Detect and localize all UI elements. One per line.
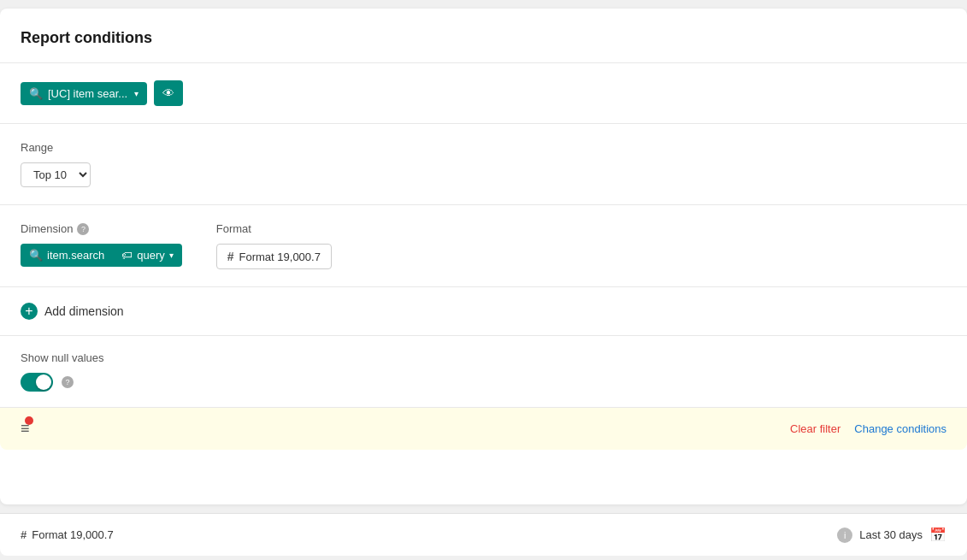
add-dimension-label: Add dimension [44,304,124,318]
null-values-section: Show null values ? [0,336,967,408]
query-dropdown[interactable]: 🔍 [UC] item sear... ▾ [21,82,147,105]
toggle-knob [36,374,51,390]
format-value: Format 19,000.7 [239,251,321,263]
filter-dot [25,416,33,425]
tag-icon: 🏷 [121,249,133,262]
calendar-icon[interactable]: 📅 [929,527,946,543]
dimension-query-label: query [137,249,165,262]
range-section: Range Top 10 [0,124,967,205]
change-conditions-button[interactable]: Change conditions [854,422,946,435]
null-values-label: Show null values [21,351,946,364]
dimension-tag-query[interactable]: 🏷 query ▾ [113,244,182,267]
eye-button[interactable]: 👁 [154,80,183,106]
query-dropdown-label: [UC] item sear... [48,87,127,100]
dimension-tag-search: 🔍 item.search [21,244,113,267]
dimension-format-section: Dimension ? 🔍 item.search 🏷 query ▾ Form… [0,205,967,287]
filter-actions: Clear filter Change conditions [790,422,946,435]
page-title: Report conditions [21,29,152,46]
dimension-label: Dimension ? [21,222,182,235]
clear-filter-button[interactable]: Clear filter [790,422,840,435]
add-dimension-row[interactable]: + Add dimension [0,287,967,336]
dimension-help-icon[interactable]: ? [77,223,89,235]
bottom-format: # Format 19,000.7 [21,528,114,541]
filter-bar: ≡ Clear filter Change conditions [0,408,967,450]
date-range-label: Last 30 days [859,528,923,541]
dimension-group: Dimension ? 🔍 item.search 🏷 query ▾ [21,222,182,267]
range-label: Range [21,141,946,154]
query-row: 🔍 [UC] item sear... ▾ 👁 [21,80,946,106]
range-select[interactable]: Top 10 [21,162,91,187]
report-conditions-header: Report conditions [0,9,967,63]
dimension-tags: 🔍 item.search 🏷 query ▾ [21,244,182,267]
bottom-bar: # Format 19,000.7 i Last 30 days 📅 [0,513,967,556]
eye-icon: 👁 [162,86,174,100]
search-icon-small: 🔍 [29,87,43,100]
bottom-format-label: Format 19,000.7 [32,528,113,541]
null-values-help-icon[interactable]: ? [62,376,74,388]
null-values-toggle[interactable] [21,373,53,392]
query-section: 🔍 [UC] item sear... ▾ 👁 [0,63,967,124]
query-chevron-icon: ▾ [169,251,174,260]
format-group: Format # Format 19,000.7 [216,222,332,269]
bottom-hash-icon: # [21,528,27,541]
filter-icon-wrap: ≡ [21,420,30,438]
bottom-info-icon[interactable]: i [837,528,852,543]
format-tag[interactable]: # Format 19,000.7 [216,244,332,269]
bottom-right: i Last 30 days 📅 [837,527,946,543]
add-icon: + [21,303,38,320]
filter-with-dot: ≡ [21,420,30,438]
hash-icon: # [227,250,234,263]
chevron-down-icon: ▾ [134,89,139,98]
search-tag-icon: 🔍 [29,249,43,262]
dimension-search-label: item.search [47,249,104,262]
format-label: Format [216,222,332,235]
toggle-info-row: ? [21,373,946,392]
